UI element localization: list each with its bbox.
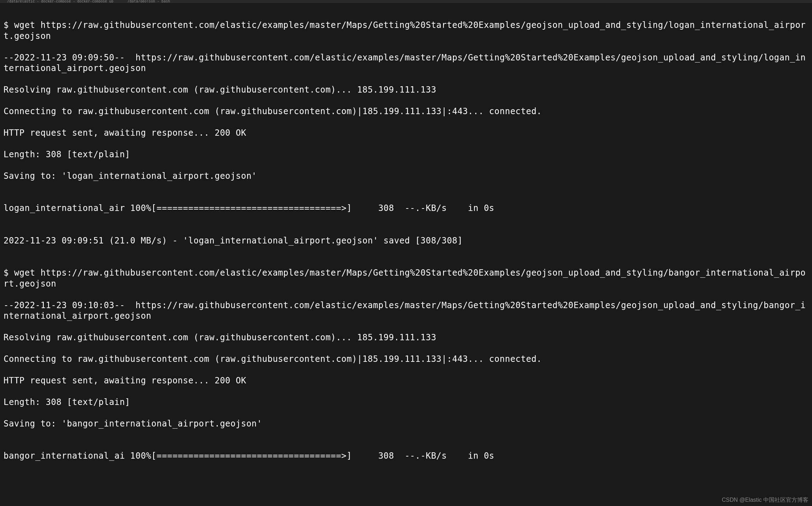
terminal-line: Saving to: 'logan_international_airport.… [4, 171, 808, 181]
terminal-line: Resolving raw.githubusercontent.com (raw… [4, 84, 808, 95]
terminal-output[interactable]: $ wget https://raw.githubusercontent.com… [0, 3, 812, 476]
terminal-line: Length: 308 [text/plain] [4, 149, 808, 160]
watermark: CSDN @Elastic 中国社区官方博客 [722, 496, 808, 504]
terminal-line: Connecting to raw.githubusercontent.com … [4, 354, 808, 364]
tab-right[interactable]: /data/geojson - bash [120, 0, 177, 2]
terminal-line: Saving to: 'bangor_international_airport… [4, 418, 808, 429]
terminal-line: Connecting to raw.githubusercontent.com … [4, 106, 808, 117]
terminal-line: 2022-11-23 09:09:51 (21.0 MB/s) - 'logan… [4, 235, 808, 246]
terminal-line: HTTP request sent, awaiting response... … [4, 375, 808, 386]
terminal-line: HTTP request sent, awaiting response... … [4, 128, 808, 138]
terminal-line: $ wget https://raw.githubusercontent.com… [4, 267, 808, 289]
tab-left[interactable]: /data/elastic - docker-compose - docker-… [0, 0, 120, 2]
terminal-line: logan_international_air 100%[===========… [4, 203, 808, 213]
terminal-line: --2022-11-23 09:10:03-- https://raw.gith… [4, 300, 808, 322]
terminal-line: --2022-11-23 09:09:50-- https://raw.gith… [4, 52, 808, 74]
terminal-line: Resolving raw.githubusercontent.com (raw… [4, 332, 808, 343]
terminal-line: $ wget https://raw.githubusercontent.com… [4, 20, 808, 41]
terminal-line: Length: 308 [text/plain] [4, 397, 808, 407]
terminal-line: bangor_international_ai 100%[===========… [4, 451, 808, 461]
tab-bar: /data/elastic - docker-compose - docker-… [0, 0, 812, 3]
